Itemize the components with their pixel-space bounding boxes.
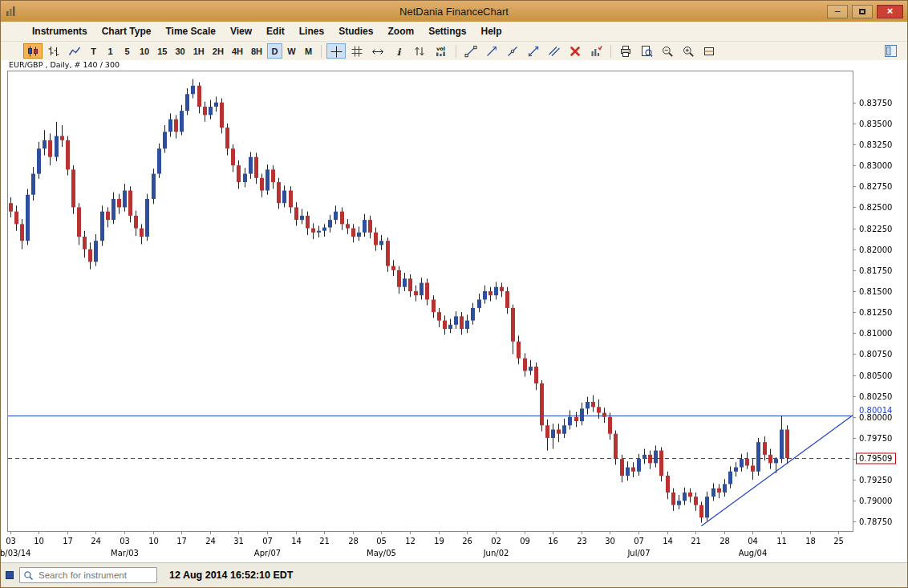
timestamp: 12 Aug 2014 16:52:10 EDT xyxy=(169,570,293,581)
cross-line-button[interactable] xyxy=(503,43,522,59)
grid-button[interactable] xyxy=(347,43,367,59)
svg-text:vol: vol xyxy=(436,46,445,52)
crosshair-icon xyxy=(330,45,343,58)
toolbar-divider xyxy=(610,45,611,58)
toolbar-divider xyxy=(321,45,322,58)
toolbar: T151015301H2H4H8HDWMivol xyxy=(1,42,907,60)
menu-item-studies[interactable]: Studies xyxy=(331,22,380,40)
timeframe-10m-button[interactable]: 10 xyxy=(136,43,152,59)
price-chart-canvas[interactable] xyxy=(1,60,907,562)
delete-drawings-button[interactable] xyxy=(565,43,585,59)
title-bar: NetDania FinanceChart – × xyxy=(1,1,907,22)
timeframe-2h-button[interactable]: 2H xyxy=(209,43,227,59)
info-icon: i xyxy=(392,45,405,58)
panel-icon xyxy=(884,44,898,58)
timeframe-1m-button[interactable]: 1 xyxy=(103,43,118,59)
menu-item-lines[interactable]: Lines xyxy=(292,22,331,40)
zoom-in-icon xyxy=(682,45,695,58)
timeframe-15m-button[interactable]: 15 xyxy=(154,43,170,59)
maximize-button[interactable] xyxy=(852,5,873,18)
window-title: NetDania FinanceChart xyxy=(1,6,907,18)
timeframe-weekly-button[interactable]: W xyxy=(284,43,299,59)
auto-scale-button[interactable] xyxy=(410,43,429,59)
svg-text:i: i xyxy=(397,46,402,57)
menu-bar: InstrumentsChart TypeTime ScaleViewEditL… xyxy=(1,22,907,42)
crosshair-button[interactable] xyxy=(326,43,346,59)
timeframe-30m-button[interactable]: 30 xyxy=(172,43,188,59)
menu-item-settings[interactable]: Settings xyxy=(421,22,473,40)
zoom-reset-icon xyxy=(703,45,715,58)
minimize-button[interactable]: – xyxy=(827,5,848,18)
line-chart-button[interactable] xyxy=(65,43,84,59)
info-button[interactable]: i xyxy=(389,43,408,59)
toolbar-divider xyxy=(456,45,456,58)
h-arrows-icon xyxy=(371,45,384,58)
zoom-out-button[interactable] xyxy=(658,43,677,59)
timeframe-4h-button[interactable]: 4H xyxy=(229,43,246,59)
search-input[interactable] xyxy=(37,570,153,581)
menu-item-help[interactable]: Help xyxy=(473,22,509,40)
menu-item-view[interactable]: View xyxy=(223,22,259,40)
menu-item-instruments[interactable]: Instruments xyxy=(25,22,95,40)
bar-stats-icon xyxy=(590,45,602,58)
caption-buttons: – × xyxy=(827,5,903,18)
trend-line-icon xyxy=(464,45,477,58)
candlestick-icon xyxy=(26,45,39,58)
app-icon xyxy=(5,5,18,18)
ohlc-icon xyxy=(47,45,60,58)
print-button[interactable] xyxy=(616,43,635,59)
volume-button[interactable]: vol xyxy=(431,43,451,59)
zoom-out-icon xyxy=(661,45,674,58)
line-chart-icon xyxy=(68,45,81,58)
grid-icon xyxy=(351,45,363,58)
search-icon xyxy=(23,570,34,581)
ray-line-button[interactable] xyxy=(482,43,501,59)
timeframe-1h-button[interactable]: 1H xyxy=(190,43,208,59)
trend-line-button[interactable] xyxy=(461,43,480,59)
timeframe-daily-button[interactable]: D xyxy=(267,43,282,59)
app-grip-icon xyxy=(6,571,14,579)
panel-toggle-button[interactable] xyxy=(881,43,901,59)
maximize-icon xyxy=(859,9,865,14)
zoom-reset-button[interactable] xyxy=(699,43,719,59)
arrow-line-icon xyxy=(527,45,540,58)
printer-icon xyxy=(619,45,632,58)
ray-line-icon xyxy=(485,45,498,58)
print-preview-icon xyxy=(640,45,653,58)
menu-item-zoom[interactable]: Zoom xyxy=(380,22,421,40)
red-x-icon xyxy=(569,45,582,58)
zoom-in-button[interactable] xyxy=(679,43,698,59)
parallel-lines-button[interactable] xyxy=(545,43,564,59)
print-preview-button[interactable] xyxy=(637,43,656,59)
updown-arrows-icon xyxy=(413,45,426,58)
close-button[interactable]: × xyxy=(877,5,903,18)
parallel-lines-icon xyxy=(548,45,561,58)
menu-item-time-scale[interactable]: Time Scale xyxy=(158,22,222,40)
timeframe-monthly-button[interactable]: M xyxy=(301,43,316,59)
candlestick-chart-button[interactable] xyxy=(23,43,43,59)
arrow-line-button[interactable] xyxy=(524,43,543,59)
timeframe-8h-button[interactable]: 8H xyxy=(248,43,266,59)
expand-horizontal-button[interactable] xyxy=(368,43,387,59)
app-window: NetDania FinanceChart – × InstrumentsCha… xyxy=(0,0,908,588)
menu-item-edit[interactable]: Edit xyxy=(259,22,292,40)
timeframe-tick-button[interactable]: T xyxy=(86,43,101,59)
cross-line-icon xyxy=(506,45,519,58)
status-bar: 12 Aug 2014 16:52:10 EDT xyxy=(1,562,907,587)
chart-area xyxy=(1,60,907,562)
bar-statistics-button[interactable] xyxy=(586,43,606,59)
volume-icon: vol xyxy=(434,45,448,58)
timeframe-5m-button[interactable]: 5 xyxy=(120,43,135,59)
menu-item-chart-type[interactable]: Chart Type xyxy=(95,22,159,40)
search-box xyxy=(19,567,157,583)
ohlc-chart-button[interactable] xyxy=(44,43,63,59)
